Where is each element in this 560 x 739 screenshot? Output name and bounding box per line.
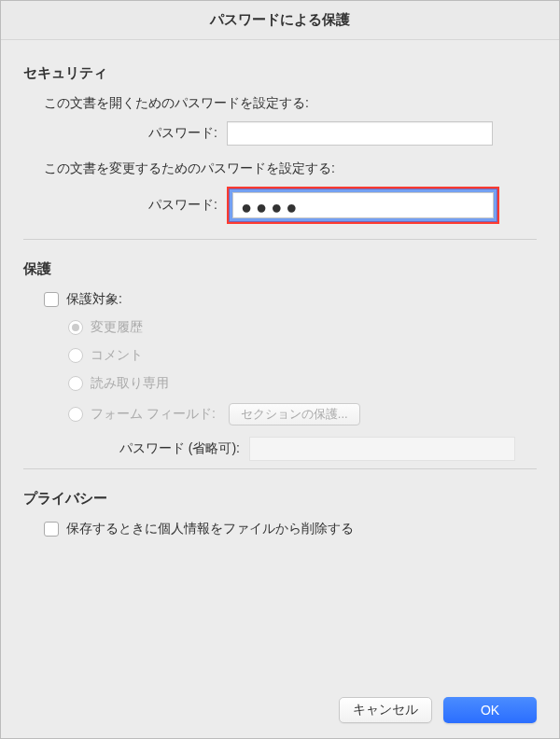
divider (23, 239, 537, 240)
open-password-input[interactable] (227, 121, 493, 146)
open-password-label: パスワード: (44, 125, 227, 142)
modify-password-input[interactable]: ●●●● (232, 192, 494, 218)
open-password-row: パスワード: (44, 121, 537, 146)
password-dots: ●●●● (241, 198, 301, 216)
radio-comments-label: コメント (91, 347, 143, 364)
protection-section: 保護対象: 変更履歴 コメント 読み取り専用 フォーム フィールド: (44, 291, 537, 461)
radio-readonly-label: 読み取り専用 (91, 375, 169, 392)
optional-password-label: パスワード (省略可): (44, 440, 249, 457)
protect-target-row[interactable]: 保護対象: (44, 291, 537, 308)
modify-password-row: パスワード: ●●●● (44, 187, 537, 224)
dialog-footer: キャンセル OK (1, 682, 559, 738)
radio-formfields-label: フォーム フィールド: (91, 406, 216, 423)
remove-personal-label: 保存するときに個人情報をファイルから削除する (66, 521, 354, 537)
modify-password-label: パスワード: (44, 197, 227, 214)
remove-personal-checkbox[interactable] (44, 522, 59, 537)
radio-formfields-row: フォーム フィールド: セクションの保護... (68, 403, 537, 425)
dialog-window: パスワードによる保護 セキュリティ この文書を開くためのパスワードを設定する: … (0, 0, 560, 739)
optional-password-row: パスワード (省略可): (44, 437, 537, 461)
radio-changes-label: 変更履歴 (91, 319, 143, 336)
protect-target-label: 保護対象: (66, 291, 122, 308)
radio-readonly-row: 読み取り専用 (68, 375, 537, 392)
ok-button[interactable]: OK (443, 697, 537, 723)
radio-changes-row: 変更履歴 (68, 319, 537, 336)
security-section: この文書を開くためのパスワードを設定する: パスワード: この文書を変更するため… (44, 95, 537, 224)
window-title: パスワードによる保護 (210, 11, 350, 29)
dialog-content: セキュリティ この文書を開くためのパスワードを設定する: パスワード: この文書… (1, 40, 559, 682)
radio-comments-row: コメント (68, 347, 537, 364)
sections-protection-button: セクションの保護... (229, 403, 360, 425)
open-password-desc: この文書を開くためのパスワードを設定する: (44, 95, 537, 112)
cancel-button[interactable]: キャンセル (339, 697, 432, 723)
privacy-section: 保存するときに個人情報をファイルから削除する (44, 521, 537, 537)
security-heading: セキュリティ (23, 64, 537, 82)
radio-formfields (68, 407, 83, 422)
privacy-heading: プライバシー (23, 490, 537, 508)
radio-changes (68, 320, 83, 335)
protection-heading: 保護 (23, 260, 537, 278)
titlebar: パスワードによる保護 (1, 1, 559, 40)
divider (23, 468, 537, 469)
remove-personal-row[interactable]: 保存するときに個人情報をファイルから削除する (44, 521, 537, 537)
radio-comments (68, 348, 83, 363)
protect-target-checkbox[interactable] (44, 292, 59, 307)
radio-readonly (68, 376, 83, 391)
protect-radio-group: 変更履歴 コメント 読み取り専用 フォーム フィールド: セクションの保護... (68, 319, 537, 425)
optional-password-input (249, 437, 515, 461)
highlight-box: ●●●● (227, 187, 499, 224)
modify-password-desc: この文書を変更するためのパスワードを設定する: (44, 160, 537, 177)
